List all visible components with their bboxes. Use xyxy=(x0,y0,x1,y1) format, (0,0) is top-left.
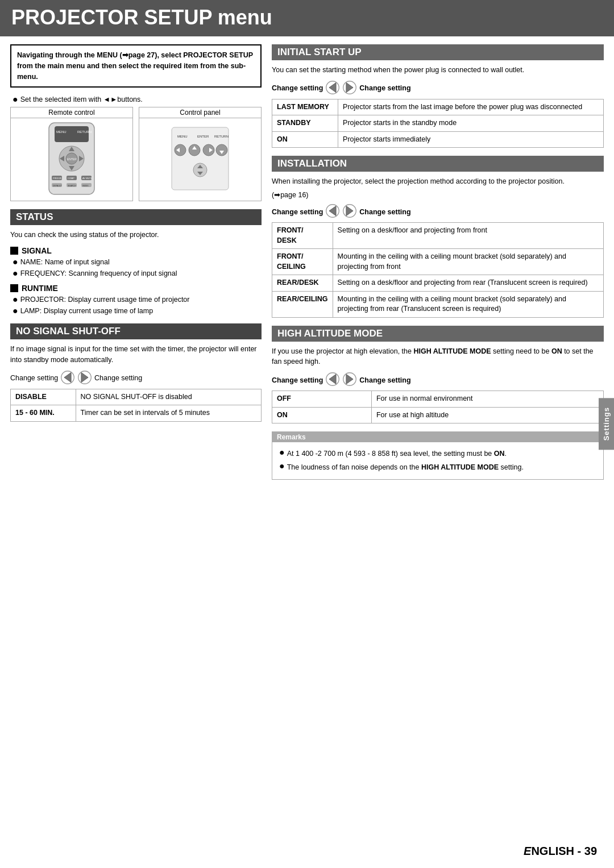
svg-marker-44 xyxy=(346,82,353,92)
signal-title: SIGNAL xyxy=(22,246,52,255)
svg-rect-1 xyxy=(55,126,89,142)
svg-text:FREEZE: FREEZE xyxy=(53,177,62,180)
no-signal-change-setting: Change setting Change setting xyxy=(10,370,262,387)
no-signal-row-1-value: Timer can be set in intervals of 5 minut… xyxy=(76,405,261,422)
initial-change-right-label: Change setting xyxy=(359,84,410,92)
signal-title-row: SIGNAL xyxy=(10,246,262,255)
remarks-bullet-1: ● At 1 400 -2 700 m (4 593 - 8 858 ft) s… xyxy=(279,448,599,459)
no-signal-change-right-label: Change setting xyxy=(94,374,142,382)
installation-row-2-value: Setting on a desk/floor and projecting f… xyxy=(333,275,603,292)
high-altitude-right-arrow-icon[interactable] xyxy=(342,372,357,388)
svg-text:RETURN: RETURN xyxy=(214,135,229,138)
initial-table: LAST MEMORY Projector starts from the la… xyxy=(272,99,604,148)
table-row: 15 - 60 MIN. Timer can be set in interva… xyxy=(11,405,262,422)
installation-body: When installing the projector, select th… xyxy=(272,176,604,187)
installation-change-setting: Change setting Change setting xyxy=(272,203,604,220)
page-title: PROJECTOR SETUP menu xyxy=(0,0,614,36)
remote-svg: MENU RETURN ENTER xyxy=(40,122,103,196)
runtime-bullet-2-text: LAMP: Display current usage time of lamp xyxy=(20,307,153,315)
installation-left-arrow-icon[interactable] xyxy=(325,203,340,220)
installation-right-arrow-icon[interactable] xyxy=(342,203,357,220)
initial-row-0-value: Projector starts from the last image bef… xyxy=(338,99,604,115)
svg-marker-50 xyxy=(329,374,336,384)
installation-row-2-key: REAR/DESK xyxy=(272,275,333,292)
black-square-signal xyxy=(10,247,18,255)
no-signal-row-1-key: 15 - 60 MIN. xyxy=(11,405,76,422)
svg-text:ENTER: ENTER xyxy=(197,135,209,138)
installation-change-left-label: Change setting xyxy=(272,208,323,216)
control-panel-label: Control panel xyxy=(139,107,261,118)
high-altitude-row-1-key: ON xyxy=(272,407,372,423)
svg-text:INDEX: INDEX xyxy=(82,185,89,187)
table-row: DISABLE NO SIGNAL SHUT-OFF is disabled xyxy=(11,389,262,405)
remarks-content: ● At 1 400 -2 700 m (4 593 - 8 858 ft) s… xyxy=(272,442,603,479)
installation-row-1-key: FRONT/CEILING xyxy=(272,249,333,275)
svg-text:COMP: COMP xyxy=(68,177,74,180)
table-row: FRONT/DESK Setting on a desk/floor and p… xyxy=(272,223,604,249)
intro-box: Navigating through the MENU (➡page 27), … xyxy=(10,44,262,88)
bullet-dot: ● xyxy=(13,95,18,104)
svg-text:MENU: MENU xyxy=(177,135,188,138)
table-row: REAR/DESK Setting on a desk/floor and pr… xyxy=(272,275,604,292)
runtime-bullet-1-text: PROJECTOR: Display current usage time of… xyxy=(20,296,190,304)
installation-page-ref: (➡page 16) xyxy=(272,190,604,199)
signal-bullet-1: ● NAME: Name of input signal xyxy=(13,258,262,267)
initial-row-0-key: LAST MEMORY xyxy=(272,99,338,115)
initial-start-up-header: INITIAL START UP xyxy=(272,44,604,60)
installation-row-3-key: REAR/CEILING xyxy=(272,291,333,317)
runtime-title: RUNTIME xyxy=(22,284,58,293)
no-signal-row-0-key: DISABLE xyxy=(11,389,76,405)
settings-tab: Settings xyxy=(599,398,614,450)
high-altitude-row-0-key: OFF xyxy=(272,391,372,408)
remarks-bullet-2: ● The loudness of fan noise depends on t… xyxy=(279,462,599,473)
controls-row: Remote control MENU RETURN xyxy=(10,107,262,201)
page-number: ENGLISH - 39 xyxy=(524,845,597,858)
remote-image: MENU RETURN ENTER xyxy=(37,118,106,201)
svg-marker-52 xyxy=(346,374,353,384)
left-column: Navigating through the MENU (➡page 27), … xyxy=(10,44,272,480)
no-signal-body: If no image signal is input for the time… xyxy=(10,344,262,366)
signal-bullet-2: ● FREQUENCY: Scanning frequency of input… xyxy=(13,269,262,278)
right-column: INITIAL START UP You can set the startin… xyxy=(272,44,604,480)
high-altitude-body: If you use the projector at high elevati… xyxy=(272,346,604,368)
status-body: You can check the using status of the pr… xyxy=(10,230,262,240)
remarks-bullet-2-text: The loudness of fan noise depends on the… xyxy=(287,462,524,473)
installation-row-0-value: Setting on a desk/floor and projecting f… xyxy=(333,223,603,249)
no-signal-right-arrow-icon[interactable] xyxy=(77,370,92,387)
high-altitude-bold-2: ON xyxy=(551,347,562,355)
remarks-bullet-1-text: At 1 400 -2 700 m (4 593 - 8 858 ft) sea… xyxy=(287,448,507,459)
table-row: REAR/CEILING Mounting in the ceiling wit… xyxy=(272,291,604,317)
svg-marker-42 xyxy=(329,82,336,92)
remarks-header: Remarks xyxy=(272,432,603,442)
svg-text:AV MUTE: AV MUTE xyxy=(82,177,93,180)
svg-text:MENU: MENU xyxy=(56,130,67,134)
bullet-set-item: ● Set the selected item with ◄►buttons. xyxy=(13,95,262,104)
svg-marker-48 xyxy=(346,206,353,215)
signal-bullet-1-text: NAME: Name of input signal xyxy=(20,258,110,266)
installation-table: FRONT/DESK Setting on a desk/floor and p… xyxy=(272,222,604,318)
initial-row-1-key: STANDBY xyxy=(272,115,338,132)
remarks-box: Remarks ● At 1 400 -2 700 m (4 593 - 8 8… xyxy=(272,431,604,480)
remote-label: Remote control xyxy=(11,107,132,118)
initial-right-arrow-icon[interactable] xyxy=(342,80,357,97)
no-signal-change-left-label: Change setting xyxy=(10,374,58,382)
table-row: ON Projector starts immediately xyxy=(272,131,604,148)
control-panel-box: Control panel MENU ENTER RETURN xyxy=(139,107,262,201)
installation-header: INSTALLATION xyxy=(272,156,604,172)
table-row: OFF For use in normal environment xyxy=(272,391,604,408)
initial-left-arrow-icon[interactable] xyxy=(325,80,340,97)
intro-text: Navigating through the MENU (➡page 27), … xyxy=(17,51,253,81)
high-altitude-change-right-label: Change setting xyxy=(359,376,410,384)
high-altitude-header: HIGH ALTITUDE MODE xyxy=(272,326,604,342)
initial-row-2-key: ON xyxy=(272,131,338,148)
no-signal-left-arrow-icon[interactable] xyxy=(60,370,75,387)
installation-row-0-key: FRONT/DESK xyxy=(272,223,333,249)
svg-text:RETURN: RETURN xyxy=(77,130,92,134)
table-row: STANDBY Projector starts in the standby … xyxy=(272,115,604,132)
initial-row-2-value: Projector starts immediately xyxy=(338,131,604,148)
high-altitude-left-arrow-icon[interactable] xyxy=(325,372,340,388)
no-signal-header: NO SIGNAL SHUT-OFF xyxy=(10,323,262,339)
status-header: STATUS xyxy=(10,209,262,225)
svg-marker-46 xyxy=(329,206,336,215)
control-panel-svg: MENU ENTER RETURN xyxy=(169,122,231,196)
